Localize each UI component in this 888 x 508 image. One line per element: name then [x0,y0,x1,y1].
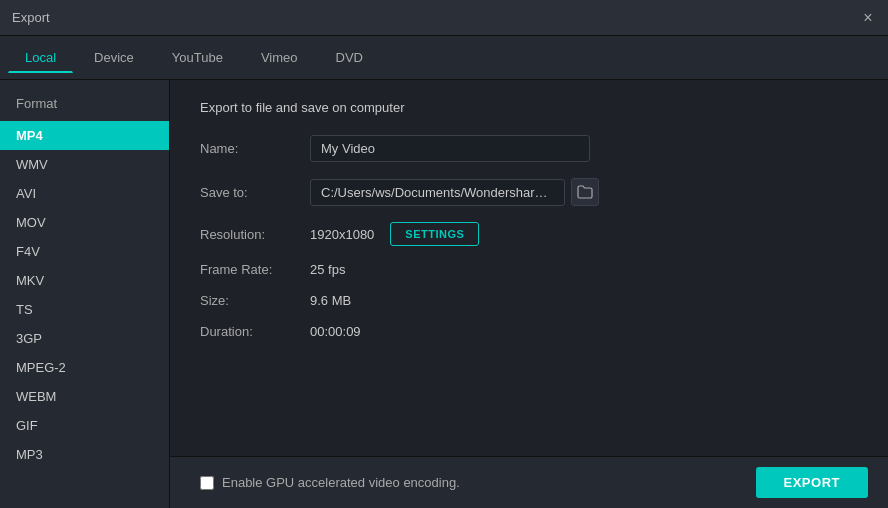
sidebar-item-gif[interactable]: GIF [0,411,169,440]
tab-bar: Local Device YouTube Vimeo DVD [0,36,888,80]
duration-label: Duration: [200,324,310,339]
framerate-label: Frame Rate: [200,262,310,277]
size-value: 9.6 MB [310,293,351,308]
sidebar-item-mp3[interactable]: MP3 [0,440,169,469]
size-label: Size: [200,293,310,308]
duration-row: Duration: 00:00:09 [200,324,858,339]
export-button[interactable]: EXPORT [756,467,868,498]
tab-vimeo[interactable]: Vimeo [244,43,315,72]
saveto-input[interactable] [310,179,565,206]
tab-local[interactable]: Local [8,43,73,73]
bottom-bar: Enable GPU accelerated video encoding. E… [170,456,888,508]
folder-icon [577,185,593,199]
close-button[interactable]: × [860,10,876,26]
settings-button[interactable]: SETTINGS [390,222,479,246]
sidebar-item-mkv[interactable]: MKV [0,266,169,295]
resolution-label: Resolution: [200,227,310,242]
name-input[interactable] [310,135,590,162]
sidebar-item-mp4[interactable]: MP4 [0,121,169,150]
tab-dvd[interactable]: DVD [319,43,380,72]
sidebar-item-wmv[interactable]: WMV [0,150,169,179]
framerate-row: Frame Rate: 25 fps [200,262,858,277]
sidebar-item-mpeg2[interactable]: MPEG-2 [0,353,169,382]
framerate-value: 25 fps [310,262,345,277]
sidebar-item-ts[interactable]: TS [0,295,169,324]
gpu-encoding-checkbox-wrap[interactable]: Enable GPU accelerated video encoding. [200,475,460,490]
main-content: Format MP4 WMV AVI MOV F4V MKV TS 3GP MP… [0,80,888,508]
saveto-wrap [310,178,599,206]
gpu-encoding-label: Enable GPU accelerated video encoding. [222,475,460,490]
sidebar-header: Format [0,90,169,121]
tab-youtube[interactable]: YouTube [155,43,240,72]
resolution-row: Resolution: 1920x1080 SETTINGS [200,222,858,246]
duration-value: 00:00:09 [310,324,361,339]
format-sidebar: Format MP4 WMV AVI MOV F4V MKV TS 3GP MP… [0,80,170,508]
resolution-wrap: 1920x1080 SETTINGS [310,222,479,246]
sidebar-item-3gp[interactable]: 3GP [0,324,169,353]
content-description: Export to file and save on computer [200,100,858,115]
size-row: Size: 9.6 MB [200,293,858,308]
title-bar: Export × [0,0,888,36]
name-row: Name: [200,135,858,162]
sidebar-item-avi[interactable]: AVI [0,179,169,208]
sidebar-item-f4v[interactable]: F4V [0,237,169,266]
sidebar-item-webm[interactable]: WEBM [0,382,169,411]
browse-folder-button[interactable] [571,178,599,206]
sidebar-item-mov[interactable]: MOV [0,208,169,237]
saveto-label: Save to: [200,185,310,200]
saveto-row: Save to: [200,178,858,206]
name-label: Name: [200,141,310,156]
tab-device[interactable]: Device [77,43,151,72]
window-title: Export [12,10,50,25]
export-content: Export to file and save on computer Name… [170,80,888,508]
gpu-encoding-checkbox[interactable] [200,476,214,490]
resolution-value: 1920x1080 [310,227,374,242]
